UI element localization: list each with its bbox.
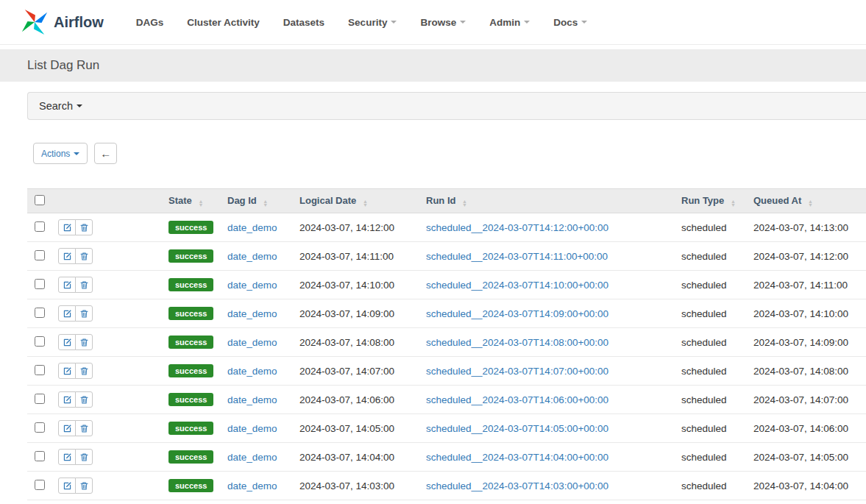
sort-icon xyxy=(263,199,268,207)
chevron-down-icon xyxy=(391,21,397,24)
dagrun-table-body: success date_demo 2024-03-07, 14:12:00 s… xyxy=(27,213,866,500)
dag-id-link[interactable]: date_demo xyxy=(227,337,277,348)
edit-dagrun-button[interactable] xyxy=(58,420,76,436)
row-checkbox[interactable] xyxy=(35,365,45,375)
run-id-link[interactable]: scheduled__2024-03-07T14:12:00+00:00 xyxy=(426,222,608,233)
column-header-state[interactable]: State xyxy=(168,189,227,213)
edit-dagrun-button[interactable] xyxy=(58,478,76,494)
delete-dagrun-button[interactable] xyxy=(75,391,93,408)
nav-item-cluster-activity[interactable]: Cluster Activity xyxy=(187,17,260,28)
nav-item-security[interactable]: Security xyxy=(348,17,397,28)
run-id-link[interactable]: scheduled__2024-03-07T14:07:00+00:00 xyxy=(426,366,608,377)
column-header-label: Dag Id xyxy=(227,195,257,206)
dag-id-link[interactable]: date_demo xyxy=(227,308,277,319)
row-actions xyxy=(58,363,93,379)
row-actions xyxy=(58,305,93,322)
delete-dagrun-button[interactable] xyxy=(75,449,93,465)
edit-dagrun-button[interactable] xyxy=(58,248,76,264)
row-checkbox[interactable] xyxy=(35,451,45,461)
actions-button[interactable]: Actions xyxy=(33,143,88,164)
table-header-row: State Dag Id Logical Date Run Id Run Typ… xyxy=(27,189,866,213)
brand-name: Airflow xyxy=(54,14,104,31)
run-id-link[interactable]: scheduled__2024-03-07T14:08:00+00:00 xyxy=(426,337,608,348)
trash-icon xyxy=(79,280,89,290)
run-id-link[interactable]: scheduled__2024-03-07T14:11:00+00:00 xyxy=(426,251,608,262)
nav-item-datasets[interactable]: Datasets xyxy=(283,17,324,28)
dag-id-link[interactable]: date_demo xyxy=(227,423,277,434)
dag-id-link[interactable]: date_demo xyxy=(227,366,277,377)
nav-item-label: Admin xyxy=(489,17,520,28)
dag-runs-table: State Dag Id Logical Date Run Id Run Typ… xyxy=(27,188,866,500)
run-type-cell: scheduled xyxy=(681,271,753,299)
nav-item-label: Cluster Activity xyxy=(187,17,260,28)
column-header-dag-id[interactable]: Dag Id xyxy=(227,189,299,213)
state-badge: success xyxy=(168,307,213,320)
row-checkbox[interactable] xyxy=(35,422,45,433)
dag-id-link[interactable]: date_demo xyxy=(227,452,277,463)
nav-item-docs[interactable]: Docs xyxy=(553,17,587,28)
search-label: Search xyxy=(39,100,73,112)
back-button[interactable]: ← xyxy=(94,143,117,164)
delete-dagrun-button[interactable] xyxy=(75,334,93,350)
delete-dagrun-button[interactable] xyxy=(75,363,93,379)
row-checkbox[interactable] xyxy=(35,480,45,490)
column-header-logical-date[interactable]: Logical Date xyxy=(299,189,426,213)
nav-item-admin[interactable]: Admin xyxy=(489,17,530,28)
row-checkbox[interactable] xyxy=(35,336,45,347)
dagrun-row: success date_demo 2024-03-07, 14:08:00 s… xyxy=(27,328,866,357)
edit-dagrun-button[interactable] xyxy=(58,449,76,465)
run-id-link[interactable]: scheduled__2024-03-07T14:04:00+00:00 xyxy=(426,452,608,463)
column-header-run-type[interactable]: Run Type xyxy=(681,189,753,213)
delete-dagrun-button[interactable] xyxy=(75,248,93,264)
dag-id-link[interactable]: date_demo xyxy=(227,280,277,291)
run-id-link[interactable]: scheduled__2024-03-07T14:06:00+00:00 xyxy=(426,394,608,405)
page-header: List Dag Run xyxy=(0,49,866,82)
column-header-run-id[interactable]: Run Id xyxy=(426,189,681,213)
edit-dagrun-button[interactable] xyxy=(58,334,76,350)
nav-item-dags[interactable]: DAGs xyxy=(136,17,164,28)
row-checkbox[interactable] xyxy=(35,250,45,260)
dag-id-link[interactable]: date_demo xyxy=(227,480,277,491)
row-checkbox[interactable] xyxy=(35,279,45,289)
dag-id-link[interactable]: date_demo xyxy=(227,251,277,262)
state-badge: success xyxy=(168,422,213,435)
row-actions xyxy=(58,248,93,264)
edit-icon xyxy=(63,338,72,347)
delete-dagrun-button[interactable] xyxy=(75,420,93,436)
dag-id-link[interactable]: date_demo xyxy=(227,394,277,405)
logical-date-cell: 2024-03-07, 14:07:00 xyxy=(299,357,426,386)
run-id-link[interactable]: scheduled__2024-03-07T14:10:00+00:00 xyxy=(426,280,608,291)
airflow-logo-icon xyxy=(21,8,49,36)
edit-icon xyxy=(63,280,72,290)
nav-item-browse[interactable]: Browse xyxy=(420,17,466,28)
column-header-select xyxy=(27,189,57,213)
edit-dagrun-button[interactable] xyxy=(58,219,76,235)
delete-dagrun-button[interactable] xyxy=(75,219,93,235)
run-id-link[interactable]: scheduled__2024-03-07T14:03:00+00:00 xyxy=(426,480,608,491)
edit-dagrun-button[interactable] xyxy=(58,305,76,322)
search-panel-toggle[interactable]: Search xyxy=(27,92,866,120)
logical-date-cell: 2024-03-07, 14:10:00 xyxy=(299,271,426,299)
edit-dagrun-button[interactable] xyxy=(58,391,76,408)
delete-dagrun-button[interactable] xyxy=(75,277,93,293)
column-header-queued-at[interactable]: Queued At xyxy=(753,189,866,213)
row-actions xyxy=(58,449,93,465)
row-checkbox[interactable] xyxy=(35,394,45,404)
delete-dagrun-button[interactable] xyxy=(75,305,93,322)
queued-at-cell: 2024-03-07, 14:11:00 xyxy=(753,271,866,299)
dag-id-link[interactable]: date_demo xyxy=(227,222,277,233)
edit-dagrun-button[interactable] xyxy=(58,363,76,379)
run-id-link[interactable]: scheduled__2024-03-07T14:09:00+00:00 xyxy=(426,308,608,319)
sort-icon xyxy=(731,199,736,207)
row-checkbox[interactable] xyxy=(35,221,45,232)
queued-at-cell: 2024-03-07, 14:07:00 xyxy=(753,386,866,414)
state-badge: success xyxy=(168,249,213,263)
delete-dagrun-button[interactable] xyxy=(75,478,93,494)
trash-icon xyxy=(79,252,89,261)
row-checkbox[interactable] xyxy=(35,308,45,318)
page-title: List Dag Run xyxy=(27,58,866,73)
select-all-checkbox[interactable] xyxy=(35,195,45,205)
run-id-link[interactable]: scheduled__2024-03-07T14:05:00+00:00 xyxy=(426,423,608,434)
brand[interactable]: Airflow xyxy=(21,8,104,36)
edit-dagrun-button[interactable] xyxy=(58,277,76,293)
